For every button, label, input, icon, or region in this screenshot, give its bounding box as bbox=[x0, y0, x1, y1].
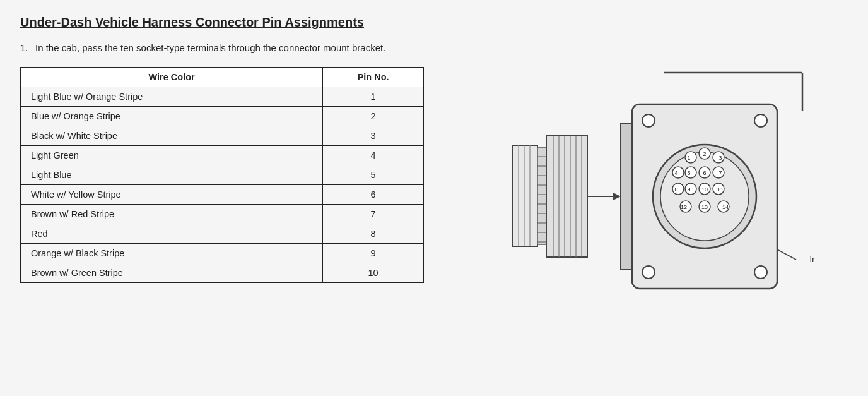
svg-point-31 bbox=[754, 266, 767, 279]
svg-text:5: 5 bbox=[687, 170, 690, 176]
svg-point-28 bbox=[642, 114, 655, 127]
svg-marker-25 bbox=[613, 193, 621, 200]
cable-ribbed bbox=[537, 147, 546, 244]
svg-rect-2 bbox=[512, 145, 537, 246]
table-row: Light Green4 bbox=[21, 145, 424, 165]
table-row: Orange w/ Black Stripe9 bbox=[21, 243, 424, 263]
page-title: Under-Dash Vehicle Harness Connector Pin… bbox=[20, 15, 848, 30]
intro-number: 1. bbox=[20, 41, 35, 56]
pin-no-cell: 2 bbox=[323, 106, 424, 126]
wire-color-cell: Blue w/ Orange Stripe bbox=[21, 106, 323, 126]
svg-text:4: 4 bbox=[674, 170, 677, 176]
pin-no-cell: 3 bbox=[323, 126, 424, 145]
wire-color-cell: Light Green bbox=[21, 145, 323, 165]
pin-no-cell: 9 bbox=[323, 243, 424, 263]
wire-color-cell: Light Blue w/ Orange Stripe bbox=[21, 87, 323, 106]
table-row: Red8 bbox=[21, 224, 424, 243]
svg-text:7: 7 bbox=[718, 170, 722, 176]
table-row: Black w/ White Stripe3 bbox=[21, 126, 424, 145]
table-row: Light Blue w/ Orange Stripe1 bbox=[21, 87, 424, 106]
insert-label: — Insert Pins Into This Side bbox=[799, 255, 815, 264]
pin-assignments-table: Wire Color Pin No. Light Blue w/ Orange … bbox=[20, 67, 424, 283]
pin-no-cell: 1 bbox=[323, 87, 424, 106]
svg-point-29 bbox=[754, 114, 767, 127]
table-row: Blue w/ Orange Stripe2 bbox=[21, 106, 424, 126]
wire-color-cell: Brown w/ Red Stripe bbox=[21, 204, 323, 224]
table-row: Brown w/ Red Stripe7 bbox=[21, 204, 424, 224]
pin-no-cell: 10 bbox=[323, 263, 424, 282]
svg-text:2: 2 bbox=[703, 151, 706, 157]
svg-text:3: 3 bbox=[718, 155, 722, 161]
svg-rect-6 bbox=[537, 147, 546, 244]
intro-paragraph: 1.In the cab, pass the ten socket-type t… bbox=[20, 41, 437, 56]
pin-no-cell: 8 bbox=[323, 224, 424, 243]
svg-text:12: 12 bbox=[681, 204, 687, 210]
svg-text:14: 14 bbox=[722, 204, 729, 210]
connector-diagram-svg: 1 2 3 4 5 6 7 8 9 10 11 12 13 14 — Inser… bbox=[462, 54, 815, 306]
svg-text:8: 8 bbox=[674, 186, 677, 193]
svg-text:13: 13 bbox=[701, 204, 708, 210]
svg-text:1: 1 bbox=[687, 155, 690, 161]
wire-color-cell: Light Blue bbox=[21, 165, 323, 184]
svg-point-33 bbox=[660, 152, 749, 241]
wire-color-cell: Orange w/ Black Stripe bbox=[21, 243, 323, 263]
left-section: 1.In the cab, pass the ten socket-type t… bbox=[20, 41, 437, 283]
col-wire-color-header: Wire Color bbox=[21, 67, 323, 87]
pin-no-cell: 5 bbox=[323, 165, 424, 184]
svg-point-30 bbox=[642, 266, 655, 279]
intro-text: In the cab, pass the ten socket-type ter… bbox=[35, 41, 401, 56]
pin-no-cell: 6 bbox=[323, 184, 424, 204]
wire-color-cell: White w/ Yellow Stripe bbox=[21, 184, 323, 204]
svg-text:6: 6 bbox=[703, 170, 706, 176]
svg-line-62 bbox=[777, 249, 796, 260]
right-section: 1 2 3 4 5 6 7 8 9 10 11 12 13 14 — Inser… bbox=[462, 54, 848, 306]
table-row: Brown w/ Green Stripe10 bbox=[21, 263, 424, 282]
wire-color-cell: Brown w/ Green Stripe bbox=[21, 263, 323, 282]
wire-color-cell: Black w/ White Stripe bbox=[21, 126, 323, 145]
svg-rect-17 bbox=[546, 136, 587, 257]
col-pin-no-header: Pin No. bbox=[323, 67, 424, 87]
table-row: Light Blue5 bbox=[21, 165, 424, 184]
pin-no-cell: 7 bbox=[323, 204, 424, 224]
table-row: White w/ Yellow Stripe6 bbox=[21, 184, 424, 204]
svg-rect-26 bbox=[621, 123, 632, 270]
wire-color-cell: Red bbox=[21, 224, 323, 243]
connector-diagram-wrapper: 1 2 3 4 5 6 7 8 9 10 11 12 13 14 — Inser… bbox=[462, 54, 815, 306]
svg-text:11: 11 bbox=[717, 186, 724, 193]
svg-text:9: 9 bbox=[687, 186, 690, 193]
svg-text:10: 10 bbox=[701, 186, 708, 193]
pin-no-cell: 4 bbox=[323, 145, 424, 165]
